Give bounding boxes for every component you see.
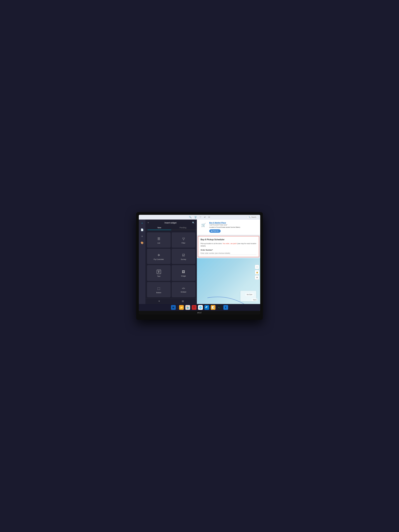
laptop-brand: msi	[197, 311, 202, 314]
fly-icon: ✈	[158, 253, 160, 257]
panel-plus-icon[interactable]: +	[147, 222, 149, 224]
embed-icon: </>	[182, 287, 185, 290]
taskbar-folder[interactable]: 📁	[179, 305, 184, 310]
screen: 🔍 🗑️ ♡ ↩ ✂ 🔍 Search + 📄 ≡ 🎨	[139, 215, 260, 311]
top-toolbar: 🔍 🗑️ ♡ ↩ ✂ 🔍 Search	[139, 215, 260, 220]
taskbar-notes[interactable]: 📝	[211, 305, 215, 310]
map-area: Van Dyke Taera + 🔒 ⚙	[197, 258, 260, 304]
logo-emoji: 🛒	[201, 223, 206, 227]
survey-icon: ☑	[182, 253, 185, 257]
sidebar-palette-icon[interactable]: 🎨	[140, 241, 144, 245]
widget-tabs: New Pending	[146, 226, 197, 230]
text-icon: T	[157, 270, 161, 274]
tab-pending[interactable]: Pending	[171, 226, 195, 230]
scheduler-card: Bay 6 Pickup Scheduler Pick-up location …	[198, 236, 259, 257]
left-sidebar: + 📄 ≡ 🎨	[139, 220, 146, 304]
image-label: Image	[181, 275, 186, 277]
order-input[interactable]	[201, 252, 256, 255]
heart-icon[interactable]: ♡	[200, 216, 201, 218]
find-us-button[interactable]: ▶ Find Us	[209, 229, 221, 233]
zoom-icon[interactable]: 🔍	[189, 216, 192, 218]
right-content: 🛒 Bay 6 Market Place "A BITTA EVERYTHING…	[197, 220, 260, 304]
text-label: Text	[157, 275, 160, 277]
chrome-icon: 🌐	[199, 306, 202, 309]
market-tagline: "A BITTA EVERYTHING NICE"	[209, 224, 240, 226]
widget-panel-header: + Insert widget 🔍	[146, 220, 197, 226]
button-label: Button	[156, 291, 161, 294]
taskbar-sep-1	[177, 306, 177, 309]
tab-new[interactable]: New	[147, 226, 171, 230]
taskbar-terminal[interactable]: >_	[217, 305, 222, 310]
delete-icon[interactable]: 🗑️	[194, 216, 197, 218]
order-label: Order Number*	[201, 249, 256, 251]
list-label: List	[157, 242, 160, 244]
widget-text[interactable]: T Text	[147, 265, 171, 281]
button-icon: ⬚	[157, 287, 160, 290]
embed-label: Embed	[181, 291, 186, 293]
sidebar-page-icon[interactable]: 📄	[140, 228, 144, 232]
terminal-icon: >_	[218, 306, 220, 308]
taskbar-start[interactable]: ⊞	[171, 305, 176, 310]
list-icon: ☰	[157, 237, 160, 241]
desc-start: Pick-up location is at the store.	[201, 243, 223, 245]
taskbar-chrome[interactable]: 🌐	[198, 305, 203, 310]
widget-filter[interactable]: ▽ Filter	[172, 232, 195, 248]
taskbar-edge[interactable]: 🌊	[204, 305, 209, 310]
taskbar: ⊞ 📁 🏪 🛡 🌐 🌊 📝 >_	[139, 304, 260, 311]
search-button[interactable]: 🔍 Search	[247, 215, 258, 219]
taskbar-security[interactable]: 🛡	[192, 305, 196, 310]
widget-button[interactable]: ⬚ Button	[147, 282, 171, 297]
scheduler-title: Bay 6 Pickup Scheduler	[201, 238, 256, 241]
right-nav: + 🔒 ⚙	[255, 265, 259, 280]
scissors-icon[interactable]: ✂	[208, 216, 210, 218]
search-label: Search	[251, 216, 256, 218]
desc-highlight: You order...we pack!	[223, 243, 237, 245]
market-info: Bay 6 Market Place "A BITTA EVERYTHING N…	[209, 222, 240, 233]
panel-title: Insert widget	[165, 222, 177, 224]
scheduler-desc: Pick-up location is at the store. You or…	[201, 242, 256, 247]
widget-panel-footer: ≡ ⊞	[146, 298, 197, 304]
footer-grid-icon[interactable]: ⊞	[182, 300, 184, 303]
zoom-in-btn[interactable]: +	[255, 265, 259, 269]
laptop-bottom: msi	[139, 311, 260, 315]
image-icon: 🖼	[182, 270, 185, 274]
sidebar-plus-icon[interactable]: +	[141, 221, 144, 226]
sidebar-layers-icon[interactable]: ≡	[141, 234, 144, 239]
widget-survey[interactable]: ☑ Survey	[172, 249, 195, 264]
undo-icon[interactable]: ↩	[204, 216, 206, 218]
edge-icon: 🌊	[205, 306, 208, 309]
market-card: 🛒 Bay 6 Market Place "A BITTA EVERYTHING…	[197, 220, 260, 235]
folder-icon: 📁	[180, 306, 183, 309]
security-icon: 🛡	[193, 306, 195, 309]
filter-icon: ▽	[182, 237, 185, 241]
notes-icon: 📝	[212, 306, 215, 309]
widget-embed[interactable]: </> Embed	[172, 282, 195, 297]
info-icon: ℹ	[225, 306, 226, 309]
map-svg	[197, 258, 260, 304]
filter-label: Filter	[182, 242, 185, 244]
market-title: Bay 6 Market Place	[209, 222, 240, 224]
settings-btn[interactable]: ⚙	[255, 275, 259, 280]
market-logo: 🛒	[200, 222, 207, 228]
start-icon: ⊞	[172, 306, 174, 309]
widget-fly-controller[interactable]: ✈ Fly Controller	[147, 249, 171, 264]
widget-grid: ☰ List ▽ Filter ✈ Fly Controller ☑ Surve…	[146, 231, 197, 298]
widget-panel: + Insert widget 🔍 New Pending ☰ List	[146, 220, 197, 304]
panel-search-icon[interactable]: 🔍	[192, 222, 195, 224]
toolbar-icons: 🔍 🗑️ ♡ ↩ ✂	[189, 216, 210, 218]
footer-list-icon[interactable]: ≡	[158, 300, 160, 303]
laptop-frame: 🔍 🗑️ ♡ ↩ ✂ 🔍 Search + 📄 ≡ 🎨	[136, 212, 263, 320]
widget-list[interactable]: ☰ List	[147, 232, 171, 248]
store-icon: 🏪	[186, 306, 189, 309]
search-icon: 🔍	[249, 216, 251, 218]
lock-btn[interactable]: 🔒	[255, 270, 259, 274]
survey-label: Survey	[181, 258, 186, 260]
main-area: + 📄 ≡ 🎨 + Insert widget 🔍 New Pendin	[139, 220, 260, 304]
fly-label: Fly Controller	[154, 258, 164, 260]
taskbar-store[interactable]: 🏪	[185, 305, 190, 310]
market-location: Located in Purcell Estate beside Sunrise…	[209, 226, 240, 228]
taskbar-info[interactable]: ℹ	[223, 305, 228, 310]
widget-image[interactable]: 🖼 Image	[172, 265, 195, 281]
